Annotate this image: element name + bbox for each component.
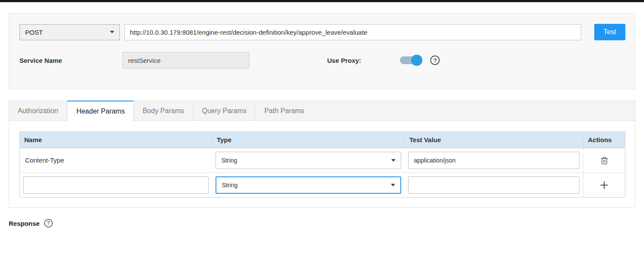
tab-query-params[interactable]: Query Params — [193, 101, 255, 120]
new-param-test-value-input[interactable] — [408, 176, 580, 194]
params-table: Name Type Test Value Actions Content-Typ… — [19, 131, 625, 198]
service-name-input[interactable] — [122, 52, 249, 68]
column-header-actions: Actions — [583, 132, 625, 148]
toggle-thumb — [411, 55, 422, 66]
new-param-name-input[interactable] — [23, 176, 209, 194]
response-label: Response — [9, 220, 40, 227]
method-select[interactable]: POST — [19, 24, 120, 40]
plus-icon — [599, 180, 609, 190]
use-proxy-label: Use Proxy: — [327, 57, 361, 64]
tab-bar: Authorization Header Params Body Params … — [9, 101, 635, 121]
param-type-value: String — [221, 157, 237, 164]
response-help-icon[interactable]: ? — [44, 219, 53, 228]
delete-row-button[interactable] — [597, 153, 612, 168]
tab-path-params[interactable]: Path Params — [256, 101, 313, 120]
request-row: POST Test — [19, 24, 625, 40]
tab-content: Name Type Test Value Actions Content-Typ… — [9, 121, 635, 208]
tab-authorization[interactable]: Authorization — [9, 101, 67, 120]
response-section: Response ? — [9, 219, 53, 228]
method-select-value: POST — [25, 29, 43, 36]
param-type-value: String — [222, 182, 238, 189]
column-header-test-value: Test Value — [405, 132, 583, 148]
table-row: String — [20, 173, 625, 198]
test-button[interactable]: Test — [594, 24, 625, 40]
dropdown-arrow-icon — [110, 31, 114, 33]
service-row: Service Name Use Proxy: ? — [19, 52, 625, 68]
param-test-value-input[interactable] — [408, 152, 580, 169]
table-header-row: Name Type Test Value Actions — [20, 132, 625, 148]
dropdown-arrow-icon — [391, 159, 396, 162]
url-input[interactable] — [124, 24, 581, 40]
top-bar — [0, 0, 644, 2]
trash-icon — [600, 156, 609, 165]
tab-body-params[interactable]: Body Params — [134, 101, 193, 120]
tabs-section: Authorization Header Params Body Params … — [9, 101, 635, 208]
table-row: Content-Type String — [20, 148, 625, 173]
tab-header-params[interactable]: Header Params — [67, 101, 134, 121]
add-row-button[interactable] — [597, 178, 612, 192]
param-type-select[interactable]: String — [216, 152, 401, 169]
use-proxy-toggle[interactable] — [400, 55, 422, 66]
column-header-type: Type — [212, 132, 405, 148]
proxy-help-icon[interactable]: ? — [430, 55, 440, 65]
service-name-label: Service Name — [19, 57, 122, 64]
dropdown-arrow-icon — [391, 184, 395, 186]
column-header-name: Name — [20, 132, 213, 148]
question-glyph: ? — [47, 220, 50, 226]
new-param-type-select[interactable]: String — [216, 176, 401, 194]
param-name-text: Content-Type — [23, 156, 64, 164]
request-panel: POST Test Service Name Use Proxy: ? — [9, 13, 635, 89]
question-glyph: ? — [433, 57, 437, 64]
